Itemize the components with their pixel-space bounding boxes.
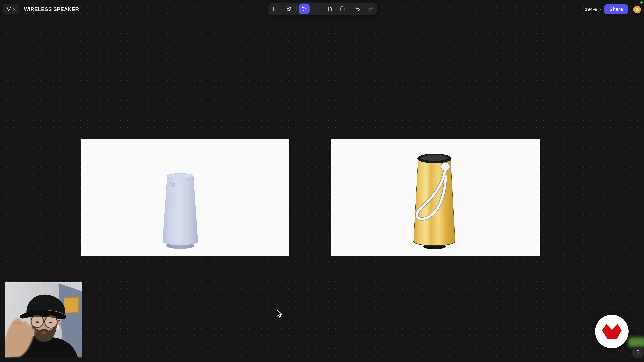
- undo-icon: [354, 6, 360, 12]
- page-tool-button[interactable]: [325, 4, 334, 13]
- chevron-down-icon: [13, 7, 16, 11]
- avatar-initial: G: [636, 7, 639, 12]
- help-button[interactable]: ?: [632, 347, 644, 358]
- undo-button[interactable]: [353, 4, 362, 13]
- zoom-level: 194%: [585, 7, 597, 12]
- frame-tool-button[interactable]: [338, 4, 347, 13]
- avatar[interactable]: G: [633, 6, 641, 13]
- design-app-canvas: { "header": { "project_title": "WIRELESS…: [0, 0, 644, 362]
- toolbar: [268, 2, 377, 15]
- select-tool-button[interactable]: [299, 3, 310, 14]
- cursor-tool-icon: [301, 6, 307, 12]
- frame-speaker-yellow[interactable]: [332, 139, 540, 256]
- frame-icon: [340, 6, 346, 12]
- toolbar-divider: [281, 6, 282, 11]
- main-menu-button[interactable]: [3, 4, 19, 14]
- plus-icon: [270, 6, 276, 12]
- blurred-recording-pill: [628, 337, 644, 347]
- yellow-speaker-render[interactable]: [399, 150, 470, 257]
- text-tool-icon: [314, 6, 320, 12]
- share-button-label: Share: [610, 6, 623, 12]
- mouse-cursor: [276, 309, 284, 319]
- app-logo-v-icon: [6, 6, 12, 12]
- red-v-logo-icon: [602, 324, 622, 339]
- chevron-down-icon: [598, 7, 602, 11]
- toolbar-divider: [296, 6, 297, 11]
- redo-button[interactable]: [366, 4, 375, 13]
- share-button[interactable]: Share: [604, 4, 628, 14]
- webcam-overlay: [5, 282, 82, 358]
- frame-speaker-blue[interactable]: [81, 139, 289, 256]
- add-button[interactable]: [269, 4, 278, 13]
- online-status-dot: [640, 1, 643, 4]
- zoom-control[interactable]: 194%: [585, 6, 602, 13]
- insert-shapes-button[interactable]: [284, 4, 294, 13]
- page-title: WIRELESS SPEAKER: [24, 6, 79, 12]
- text-tool-button[interactable]: [312, 4, 322, 13]
- page-icon: [327, 6, 333, 12]
- redo-icon: [368, 6, 374, 12]
- shapes-icon: [286, 6, 292, 12]
- brand-badge-button[interactable]: [595, 315, 628, 348]
- presenter-video: [5, 282, 82, 358]
- help-button-label: ?: [636, 349, 640, 356]
- toolbar-divider: [350, 6, 350, 11]
- blue-speaker-render[interactable]: [154, 161, 207, 268]
